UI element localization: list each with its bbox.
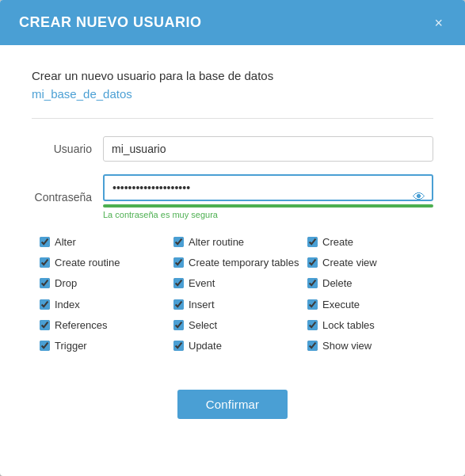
- modal-header: CREAR NUEVO USUARIO ×: [0, 0, 465, 45]
- permission-label-index: Index: [55, 298, 80, 312]
- permissions-grid: AlterCreate routineDropIndexReferencesTr…: [40, 235, 433, 353]
- permission-checkbox-index[interactable]: [40, 299, 50, 310]
- usuario-input[interactable]: [103, 136, 433, 162]
- permission-item-references: References: [40, 318, 166, 333]
- permission-checkbox-drop[interactable]: [40, 278, 50, 288]
- permission-item-trigger: Trigger: [40, 339, 166, 353]
- permission-item-update: Update: [173, 339, 299, 353]
- divider: [32, 118, 433, 119]
- permission-label-alter_routine: Alter routine: [189, 235, 244, 249]
- eye-icon[interactable]: 👁: [413, 190, 425, 204]
- permission-item-delete: Delete: [307, 276, 433, 291]
- permission-label-trigger: Trigger: [55, 339, 87, 353]
- permission-item-alter_routine: Alter routine: [173, 235, 299, 249]
- permission-item-create: Create: [307, 235, 433, 249]
- usuario-row: Usuario: [32, 136, 433, 162]
- permission-label-alter: Alter: [55, 235, 76, 249]
- permission-label-lock_tables: Lock tables: [322, 318, 375, 333]
- permission-item-event: Event: [173, 276, 299, 291]
- confirm-button[interactable]: Confirmar: [177, 390, 288, 419]
- permission-item-lock_tables: Lock tables: [307, 318, 433, 333]
- permission-label-references: References: [55, 318, 107, 333]
- permission-label-show_view: Show view: [322, 339, 372, 353]
- permission-item-drop: Drop: [40, 276, 166, 291]
- permission-item-insert: Insert: [173, 298, 299, 312]
- permission-checkbox-create[interactable]: [307, 237, 318, 247]
- permission-label-event: Event: [189, 276, 215, 291]
- password-input-wrap: 👁 La contraseña es muy segura: [103, 174, 433, 219]
- permission-item-index: Index: [40, 298, 166, 312]
- permission-checkbox-lock_tables[interactable]: [307, 320, 318, 330]
- password-row: Contraseña 👁 La contraseña es muy segura: [32, 174, 433, 219]
- permission-item-create_temp: Create temporary tables: [173, 256, 299, 270]
- permission-label-update: Update: [189, 339, 222, 353]
- permission-label-insert: Insert: [189, 298, 215, 312]
- permission-checkbox-alter[interactable]: [40, 237, 50, 247]
- permission-checkbox-insert[interactable]: [173, 299, 184, 310]
- password-label: Contraseña: [32, 191, 103, 204]
- permission-checkbox-create_view[interactable]: [307, 257, 318, 268]
- password-hint: La contraseña es muy segura: [103, 210, 433, 219]
- permission-checkbox-alter_routine[interactable]: [173, 237, 184, 247]
- permission-label-create_view: Create view: [322, 256, 377, 270]
- password-strength-bar: [103, 204, 433, 208]
- usuario-input-wrap: [103, 136, 433, 162]
- permission-checkbox-create_temp[interactable]: [173, 257, 184, 268]
- password-input[interactable]: [103, 174, 433, 201]
- description-text: Crear un nuevo usuario para la base de d…: [32, 69, 433, 82]
- permission-label-create_routine: Create routine: [55, 256, 120, 270]
- close-button[interactable]: ×: [431, 16, 446, 30]
- permission-label-create: Create: [322, 235, 353, 249]
- modal-footer: Confirmar: [0, 377, 465, 443]
- permission-checkbox-execute[interactable]: [307, 299, 318, 310]
- permission-label-drop: Drop: [55, 276, 77, 291]
- permission-checkbox-event[interactable]: [173, 278, 184, 288]
- permission-item-select: Select: [173, 318, 299, 333]
- permission-checkbox-update[interactable]: [173, 341, 184, 351]
- modal-body: Crear un nuevo usuario para la base de d…: [0, 45, 465, 377]
- permission-label-select: Select: [189, 318, 217, 333]
- permission-item-create_view: Create view: [307, 256, 433, 270]
- permission-label-delete: Delete: [322, 276, 353, 291]
- permission-checkbox-delete[interactable]: [307, 278, 318, 288]
- permission-label-create_temp: Create temporary tables: [189, 256, 299, 270]
- permission-checkbox-create_routine[interactable]: [40, 257, 50, 268]
- permission-item-create_routine: Create routine: [40, 256, 166, 270]
- create-user-modal: CREAR NUEVO USUARIO × Crear un nuevo usu…: [0, 0, 465, 476]
- permission-label-execute: Execute: [322, 298, 360, 312]
- permissions-section: AlterCreate routineDropIndexReferencesTr…: [32, 235, 433, 353]
- permission-checkbox-select[interactable]: [173, 320, 184, 330]
- permission-item-alter: Alter: [40, 235, 166, 249]
- db-name-link[interactable]: mi_base_de_datos: [32, 87, 433, 101]
- permission-item-execute: Execute: [307, 298, 433, 312]
- usuario-label: Usuario: [32, 143, 103, 155]
- permission-item-show_view: Show view: [307, 339, 433, 353]
- permission-checkbox-references[interactable]: [40, 320, 50, 330]
- permission-checkbox-trigger[interactable]: [40, 341, 50, 351]
- modal-title: CREAR NUEVO USUARIO: [19, 14, 202, 31]
- permission-checkbox-show_view[interactable]: [307, 341, 318, 351]
